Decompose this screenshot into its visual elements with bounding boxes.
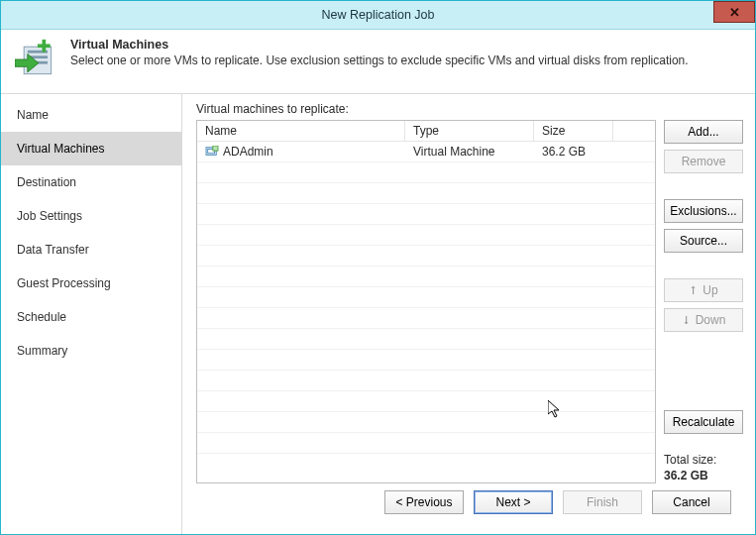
down-arrow-icon: 🠗 <box>682 315 692 326</box>
step-data-transfer[interactable]: Data Transfer <box>1 233 181 267</box>
exclusions-button[interactable]: Exclusions... <box>664 199 743 223</box>
step-destination[interactable]: Destination <box>1 165 181 199</box>
step-summary[interactable]: Summary <box>1 334 181 368</box>
table-row <box>197 287 655 308</box>
previous-button[interactable]: < Previous <box>384 490 464 514</box>
wizard-body: Name Virtual Machines Destination Job Se… <box>1 93 755 534</box>
add-button[interactable]: Add... <box>664 120 743 144</box>
close-icon: ✕ <box>729 5 740 20</box>
close-button[interactable]: ✕ <box>713 1 755 23</box>
cancel-button[interactable]: Cancel <box>652 490 731 514</box>
wizard-header: Virtual Machines Select one or more VMs … <box>1 30 755 93</box>
replication-job-icon <box>15 38 58 81</box>
up-arrow-icon: 🠕 <box>689 285 699 296</box>
table-row <box>197 412 655 433</box>
source-button[interactable]: Source... <box>664 229 743 253</box>
cell-name-text: ADAdmin <box>223 145 273 159</box>
wizard-steps: Name Virtual Machines Destination Job Se… <box>1 94 182 534</box>
wizard-footer: < Previous Next > Finish Cancel <box>196 483 743 524</box>
table-row <box>197 204 655 225</box>
vm-grid[interactable]: Name Type Size <box>196 120 656 483</box>
step-schedule[interactable]: Schedule <box>1 300 181 334</box>
table-row <box>197 350 655 371</box>
col-header-size[interactable]: Size <box>534 121 613 141</box>
titlebar: New Replication Job ✕ <box>1 1 755 30</box>
table-row <box>197 433 655 454</box>
step-name[interactable]: Name <box>1 98 181 132</box>
table-row <box>197 162 655 183</box>
col-header-spacer <box>613 121 655 141</box>
main-panel: Virtual machines to replicate: Name Type… <box>182 94 755 534</box>
table-row <box>197 308 655 329</box>
table-row <box>197 371 655 391</box>
col-header-name[interactable]: Name <box>197 121 405 141</box>
cell-name: ADAdmin <box>197 145 405 159</box>
table-row <box>197 391 655 412</box>
table-row <box>197 329 655 350</box>
table-row <box>197 267 655 287</box>
wizard-window: New Replication Job ✕ Virtual Machines S… <box>0 0 756 535</box>
total-size: Total size: 36.2 GB <box>664 452 743 483</box>
table-row <box>197 246 655 267</box>
total-size-value: 36.2 GB <box>664 468 743 483</box>
finish-button: Finish <box>563 490 642 514</box>
page-title: Virtual Machines <box>70 38 689 52</box>
window-title: New Replication Job <box>322 8 435 22</box>
side-buttons: Add... Remove Exclusions... Source... 🠕U… <box>664 120 743 483</box>
vm-icon <box>205 146 219 158</box>
table-row <box>197 225 655 246</box>
vm-grid-body: ADAdmin Virtual Machine 36.2 GB <box>197 142 655 482</box>
step-guest-processing[interactable]: Guest Processing <box>1 267 181 300</box>
col-header-type[interactable]: Type <box>405 121 534 141</box>
table-row <box>197 183 655 204</box>
cell-size: 36.2 GB <box>534 145 613 159</box>
page-subtitle: Select one or more VMs to replicate. Use… <box>70 54 689 67</box>
step-virtual-machines[interactable]: Virtual Machines <box>1 132 181 165</box>
vm-list-label: Virtual machines to replicate: <box>196 102 743 116</box>
down-button: 🠗Down <box>664 308 743 332</box>
svg-rect-9 <box>213 146 218 151</box>
total-size-label: Total size: <box>664 452 743 468</box>
vm-grid-header: Name Type Size <box>197 121 655 142</box>
remove-button: Remove <box>664 150 743 173</box>
up-button: 🠕Up <box>664 278 743 302</box>
recalculate-button[interactable]: Recalculate <box>664 410 743 434</box>
svg-rect-6 <box>38 44 51 48</box>
cell-type: Virtual Machine <box>405 145 534 159</box>
next-button[interactable]: Next > <box>474 490 553 514</box>
table-row[interactable]: ADAdmin Virtual Machine 36.2 GB <box>197 142 655 162</box>
step-job-settings[interactable]: Job Settings <box>1 199 181 233</box>
